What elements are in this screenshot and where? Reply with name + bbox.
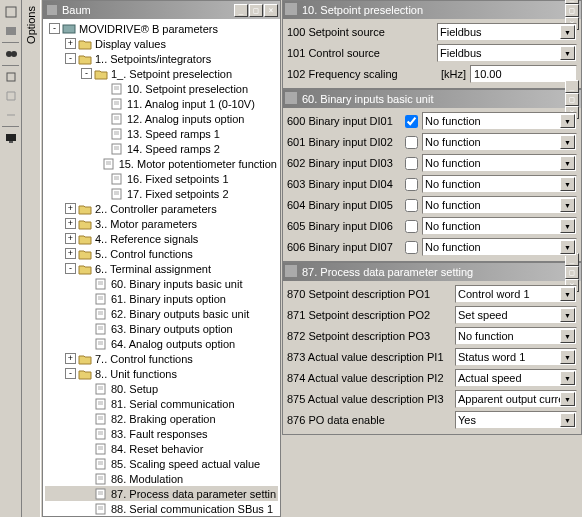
tree-node[interactable]: 83. Fault responses: [45, 426, 278, 441]
tree-node[interactable]: 12. Analog inputs option: [45, 111, 278, 126]
dropdown[interactable]: No function▼: [422, 196, 577, 214]
dropdown[interactable]: No function▼: [422, 133, 577, 151]
tree-node[interactable]: +5.. Control functions: [45, 246, 278, 261]
expand-icon[interactable]: +: [65, 203, 76, 214]
dropdown[interactable]: No function▼: [422, 175, 577, 193]
tree-close-button[interactable]: ×: [264, 4, 278, 17]
collapse-icon[interactable]: -: [65, 368, 76, 379]
checkbox[interactable]: [405, 157, 418, 170]
tree-max-button[interactable]: □: [249, 4, 263, 17]
toolbar-icon-1[interactable]: [2, 3, 20, 21]
tree-node-label: 5.. Control functions: [94, 248, 194, 260]
collapse-icon[interactable]: -: [49, 23, 60, 34]
tree-node[interactable]: 16. Fixed setpoints 1: [45, 171, 278, 186]
toolbar-icon-monitor[interactable]: [2, 129, 20, 147]
tree-min-button[interactable]: _: [234, 4, 248, 17]
chevron-down-icon: ▼: [560, 177, 575, 191]
dropdown-value: Yes: [458, 414, 476, 426]
tree-node[interactable]: 14. Speed ramps 2: [45, 141, 278, 156]
dropdown[interactable]: Set speed▼: [455, 306, 577, 324]
page-icon: [94, 398, 108, 410]
form-row: 102 Frequency scaling[kHz]10.00: [287, 64, 577, 84]
panel-87-max-button[interactable]: □: [565, 266, 579, 279]
dropdown[interactable]: Apparent output current▼: [455, 390, 577, 408]
form-row: 604 Binary input DI05No function▼: [287, 195, 577, 215]
collapse-icon[interactable]: -: [65, 263, 76, 274]
tree-node[interactable]: 85. Scaling speed actual value: [45, 456, 278, 471]
form-row: 601 Binary input DI02No function▼: [287, 132, 577, 152]
dropdown[interactable]: No function▼: [422, 238, 577, 256]
dropdown[interactable]: Yes▼: [455, 411, 577, 429]
tree-node[interactable]: 11. Analog input 1 (0-10V): [45, 96, 278, 111]
tree-node[interactable]: 13. Speed ramps 1: [45, 126, 278, 141]
panel-87-body: 870 Setpoint description PO1Control word…: [283, 281, 581, 434]
tree-node[interactable]: 62. Binary outputs basic unit: [45, 306, 278, 321]
tree-node[interactable]: 64. Analog outputs option: [45, 336, 278, 351]
checkbox[interactable]: [405, 199, 418, 212]
tree-node[interactable]: 10. Setpoint preselection: [45, 81, 278, 96]
tree-node[interactable]: -MOVIDRIVE® B parameters: [45, 21, 278, 36]
tree-node[interactable]: 61. Binary inputs option: [45, 291, 278, 306]
tree-node[interactable]: 17. Fixed setpoints 2: [45, 186, 278, 201]
toolbar-icon-3[interactable]: [2, 68, 20, 86]
toolbar-icon-5[interactable]: [2, 106, 20, 124]
svg-rect-80: [285, 265, 297, 277]
tree-body[interactable]: -MOVIDRIVE® B parameters+Display values-…: [43, 19, 280, 516]
tree-node[interactable]: 82. Braking operation: [45, 411, 278, 426]
tree-node[interactable]: 63. Binary outputs option: [45, 321, 278, 336]
tree-node[interactable]: +2.. Controller parameters: [45, 201, 278, 216]
dropdown[interactable]: Fieldbus▼: [437, 44, 577, 62]
tree-node[interactable]: -1_. Setpoint preselection: [45, 66, 278, 81]
expand-icon[interactable]: +: [65, 218, 76, 229]
tree-node[interactable]: 88. Serial communication SBus 1: [45, 501, 278, 516]
dropdown[interactable]: No function▼: [422, 112, 577, 130]
tree-node[interactable]: 81. Serial communication: [45, 396, 278, 411]
expand-icon[interactable]: +: [65, 38, 76, 49]
tree-node[interactable]: 84. Reset behavior: [45, 441, 278, 456]
tree-node[interactable]: -1.. Setpoints/integrators: [45, 51, 278, 66]
tree-node[interactable]: +3.. Motor parameters: [45, 216, 278, 231]
tree-node[interactable]: -8.. Unit functions: [45, 366, 278, 381]
expand-icon[interactable]: +: [65, 233, 76, 244]
checkbox[interactable]: [405, 178, 418, 191]
dropdown[interactable]: Status word 1▼: [455, 348, 577, 366]
checkbox[interactable]: [405, 115, 418, 128]
dropdown[interactable]: Actual speed▼: [455, 369, 577, 387]
tree-node[interactable]: 86. Modulation: [45, 471, 278, 486]
expand-icon[interactable]: +: [65, 248, 76, 259]
tree-node[interactable]: 87. Process data parameter settin: [45, 486, 278, 501]
toolbar-icon-4[interactable]: [2, 87, 20, 105]
collapse-icon[interactable]: -: [65, 53, 76, 64]
tree-node-label: 84. Reset behavior: [110, 443, 204, 455]
panel-10-max-button[interactable]: □: [565, 4, 579, 17]
tree-node-label: 3.. Motor parameters: [94, 218, 198, 230]
panel-60-min-button[interactable]: _: [565, 80, 579, 93]
tree-node[interactable]: +Display values: [45, 36, 278, 51]
checkbox[interactable]: [405, 136, 418, 149]
tree-titlebar: Baum _ □ ×: [43, 1, 280, 19]
tree-node[interactable]: 80. Setup: [45, 381, 278, 396]
tree-node[interactable]: 15. Motor potentiometer function: [45, 156, 278, 171]
checkbox[interactable]: [405, 241, 418, 254]
checkbox[interactable]: [405, 220, 418, 233]
tree-node[interactable]: +4.. Reference signals: [45, 231, 278, 246]
tree-node[interactable]: +7.. Control functions: [45, 351, 278, 366]
dropdown[interactable]: Fieldbus▼: [437, 23, 577, 41]
form-row: 874 Actual value description PI2Actual s…: [287, 368, 577, 388]
tree-node[interactable]: 60. Binary inputs basic unit: [45, 276, 278, 291]
panel-60-titlebar: 60. Binary inputs basic unit _ □ ×: [283, 90, 581, 108]
chevron-down-icon: ▼: [560, 135, 575, 149]
panel-60: 60. Binary inputs basic unit _ □ × 600 B…: [282, 89, 582, 262]
dropdown[interactable]: No function▼: [422, 217, 577, 235]
toolbar-icon-binoculars[interactable]: [2, 45, 20, 63]
text-input[interactable]: 10.00: [470, 65, 577, 83]
toolbar-icon-2[interactable]: [2, 22, 20, 40]
dropdown[interactable]: Control word 1▼: [455, 285, 577, 303]
expand-icon[interactable]: +: [65, 353, 76, 364]
panel-60-max-button[interactable]: □: [565, 93, 579, 106]
options-tab[interactable]: Options: [23, 0, 41, 517]
dropdown[interactable]: No function▼: [422, 154, 577, 172]
tree-node[interactable]: -6.. Terminal assignment: [45, 261, 278, 276]
dropdown[interactable]: No function▼: [455, 327, 577, 345]
collapse-icon[interactable]: -: [81, 68, 92, 79]
